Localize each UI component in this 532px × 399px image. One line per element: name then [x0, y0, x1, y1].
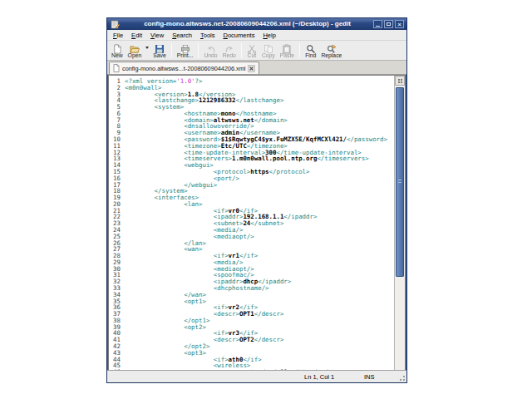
tab-bar: config-mono.altwsws...t-20080609044206.x… — [107, 61, 406, 75]
status-bar: Ln 1, Col 1 INS — [107, 370, 406, 382]
cut-icon — [247, 42, 257, 52]
toolbar-find-button[interactable]: Find — [303, 42, 318, 59]
toolbar-separator — [299, 43, 300, 58]
menu-documents[interactable]: Documents — [219, 30, 259, 41]
toolbar-button-label: Print... — [177, 52, 194, 59]
maximize-icon — [387, 22, 391, 26]
find-icon — [306, 42, 316, 52]
redo-icon — [224, 42, 234, 52]
file-icon — [113, 64, 120, 72]
toolbar-redo-button: Redo — [220, 42, 239, 59]
toolbar-button-label: Open — [128, 52, 142, 59]
code-content[interactable]: <?xml version='1.0'?><m0n0wall> <version… — [125, 76, 394, 372]
copy-icon — [264, 42, 273, 52]
minimize-icon — [376, 26, 380, 27]
toolbar-button-label: Replace — [321, 52, 342, 59]
open-dropdown-button[interactable] — [144, 42, 150, 55]
toolbar-save-button[interactable]: Save — [150, 42, 169, 59]
tab-label: config-mono.altwsws...t-20080609044206.x… — [122, 65, 245, 72]
desktop-background: config-mono.altwsws.net-20080609044206.x… — [0, 0, 532, 399]
menu-tools[interactable]: Tools — [196, 30, 219, 41]
toolbar-open-button[interactable]: Open — [126, 42, 145, 59]
new-icon — [112, 42, 122, 52]
toolbar-undo-button: Undo — [201, 42, 219, 59]
insert-mode-indicator: INS — [364, 373, 375, 381]
title-bar[interactable]: config-mono.altwsws.net-20080609044206.x… — [107, 18, 406, 30]
open-icon — [130, 42, 140, 52]
line-number-gutter: 1234567891011121314151617181920212223242… — [109, 76, 122, 372]
gedit-window: config-mono.altwsws.net-20080609044206.x… — [106, 17, 407, 383]
scrollbar-grip-icon — [398, 180, 401, 185]
window-title: config-mono.altwsws.net-20080609044206.x… — [121, 18, 373, 30]
toolbar-separator — [198, 43, 199, 58]
menu-help[interactable]: Help — [259, 30, 279, 41]
menu-bar: FileEditViewSearchToolsDocumentsHelp — [107, 30, 406, 41]
window-controls: × — [373, 20, 404, 28]
close-icon: × — [396, 21, 403, 27]
toolbar-button-label: Undo — [204, 52, 217, 59]
scrollbar-top-button[interactable] — [395, 76, 405, 86]
toolbar-cut-button: Cut — [244, 42, 259, 59]
print-icon — [180, 42, 190, 52]
close-button[interactable]: × — [395, 20, 404, 28]
editor-area[interactable]: 1234567891011121314151617181920212223242… — [108, 75, 406, 372]
vertical-scrollbar[interactable] — [394, 76, 405, 372]
toolbar-button-label: Find — [305, 52, 316, 59]
menu-edit[interactable]: Edit — [127, 30, 146, 41]
toolbar-button-label: Paste — [280, 52, 294, 59]
maximize-button[interactable] — [384, 20, 393, 28]
undo-icon — [206, 42, 216, 52]
paste-icon — [282, 42, 292, 52]
gedit-app-icon — [111, 20, 120, 29]
tab-close-icon[interactable] — [248, 65, 255, 72]
resize-grip[interactable] — [397, 373, 406, 382]
toolbar-new-button[interactable]: New — [109, 42, 126, 59]
minimize-button[interactable] — [373, 20, 382, 28]
toolbar-button-label: Save — [153, 52, 166, 59]
toolbar-paste-button: Paste — [278, 42, 297, 59]
cursor-position: Ln 1, Col 1 — [304, 373, 334, 381]
save-icon — [155, 42, 165, 52]
toolbar-separator — [171, 43, 172, 58]
document-tab[interactable]: config-mono.altwsws...t-20080609044206.x… — [109, 62, 259, 74]
toolbar-separator — [241, 43, 242, 58]
toolbar-copy-button: Copy — [259, 42, 278, 59]
toolbar-button-label: New — [111, 52, 123, 59]
scrollbar-thumb[interactable] — [396, 87, 404, 277]
toolbar-print-button[interactable]: Print... — [175, 42, 196, 59]
menu-view[interactable]: View — [146, 30, 168, 41]
code-line[interactable]: <?xml version='1.0'?> — [125, 78, 394, 85]
menu-search[interactable]: Search — [168, 30, 196, 41]
menu-file[interactable]: File — [109, 30, 127, 41]
toolbar: NewOpenSavePrint...UndoRedoCutCopyPasteF… — [107, 41, 406, 61]
toolbar-button-label: Redo — [223, 52, 236, 59]
toolbar-button-label: Copy — [262, 52, 275, 59]
toolbar-replace-button[interactable]: Replace — [318, 42, 344, 59]
replace-icon — [327, 42, 337, 52]
toolbar-button-label: Cut — [248, 52, 257, 59]
